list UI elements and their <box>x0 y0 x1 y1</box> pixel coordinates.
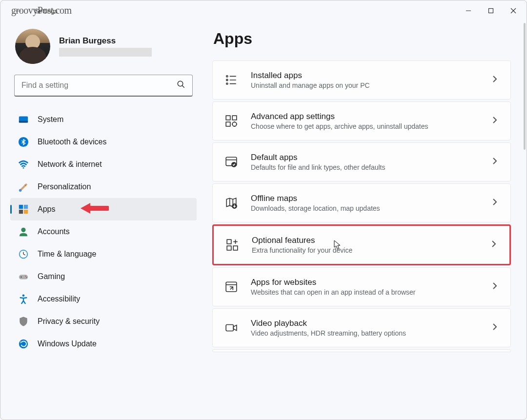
card-installed-apps[interactable]: Installed apps Uninstall and manage apps… <box>212 60 511 100</box>
nav-item-apps[interactable]: Apps <box>10 198 197 220</box>
nav-item-gaming[interactable]: Gaming <box>10 265 197 288</box>
search-input[interactable] <box>21 81 177 90</box>
card-title: Optional features <box>252 236 477 245</box>
minimize-button[interactable] <box>457 1 480 20</box>
link-window-icon <box>224 280 238 294</box>
svg-point-9 <box>23 167 24 169</box>
card-desc: Choose where to get apps, archive apps, … <box>251 122 478 130</box>
card-apps-websites[interactable]: Apps for websites Websites that can open… <box>212 267 511 306</box>
card-advanced-settings[interactable]: Advanced app settings Choose where to ge… <box>212 101 511 140</box>
nav-item-privacy[interactable]: Privacy & security <box>10 310 197 333</box>
card-desc: Defaults for file and link types, other … <box>251 163 478 171</box>
nav-label: Network & internet <box>38 160 102 169</box>
svg-rect-7 <box>19 121 28 123</box>
titlebar: groovyPost.com ← Settings <box>0 0 527 21</box>
svg-line-5 <box>182 85 184 88</box>
nav-label: Privacy & security <box>38 317 100 326</box>
chevron-right-icon <box>491 157 499 167</box>
nav-item-accounts[interactable]: Accounts <box>10 220 197 243</box>
gamepad-icon <box>18 271 29 282</box>
svg-rect-14 <box>24 210 28 214</box>
nav-label: Time & language <box>38 250 96 259</box>
chevron-right-icon <box>491 198 499 208</box>
card-optional-features[interactable]: Optional features Extra functionality fo… <box>212 224 511 265</box>
nav-list: System Bluetooth & devices Network & int… <box>10 108 197 355</box>
chevron-right-icon <box>491 323 499 333</box>
grid-gear-icon <box>224 114 238 128</box>
card-desc: Uninstall and manage apps on your PC <box>251 81 478 89</box>
wifi-icon <box>18 159 29 170</box>
search-box[interactable] <box>14 75 193 97</box>
profile-block[interactable]: Brian Burgess <box>10 29 197 64</box>
maximize-button[interactable] <box>480 1 502 20</box>
shield-icon <box>18 316 29 327</box>
accounts-icon <box>18 226 29 237</box>
nav-item-bluetooth[interactable]: Bluetooth & devices <box>10 131 197 153</box>
video-camera-icon <box>224 321 238 335</box>
search-icon <box>177 80 185 91</box>
svg-point-30 <box>226 83 228 84</box>
card-video-playback[interactable]: Video playback Video adjustments, HDR st… <box>212 308 511 347</box>
svg-point-26 <box>226 76 228 77</box>
svg-rect-48 <box>227 246 231 250</box>
apps-icon <box>18 204 29 215</box>
nav-item-accessibility[interactable]: Accessibility <box>10 288 197 310</box>
sidebar: Brian Burgess System Bluetooth & devices… <box>0 21 201 420</box>
nav-label: System <box>38 115 63 124</box>
close-button[interactable] <box>502 1 525 20</box>
card-partial[interactable] <box>212 349 511 352</box>
svg-point-10 <box>19 189 22 192</box>
red-arrow-annotation <box>80 201 109 218</box>
nav-item-system[interactable]: System <box>10 108 197 131</box>
nav-item-personalization[interactable]: Personalization <box>10 176 197 198</box>
svg-rect-12 <box>24 205 28 209</box>
chevron-right-icon <box>490 240 498 250</box>
accessibility-icon <box>18 294 29 304</box>
card-offline-maps[interactable]: Offline maps Downloads, storage location… <box>212 183 511 222</box>
svg-rect-1 <box>489 9 493 13</box>
update-icon <box>18 339 29 349</box>
svg-point-21 <box>20 277 22 278</box>
nav-item-time[interactable]: Time & language <box>10 243 197 265</box>
card-default-apps[interactable]: Default apps Defaults for file and link … <box>212 142 511 181</box>
chevron-right-icon <box>491 75 499 85</box>
svg-rect-49 <box>233 246 238 250</box>
map-download-icon <box>224 196 238 210</box>
watermark-text: groovyPost.com <box>11 5 72 16</box>
card-title: Default apps <box>251 153 478 162</box>
nav-label: Bluetooth & devices <box>38 138 106 146</box>
scrollbar[interactable] <box>524 23 526 150</box>
svg-rect-13 <box>19 210 23 214</box>
chevron-right-icon <box>491 282 499 292</box>
card-title: Installed apps <box>251 71 478 80</box>
svg-point-23 <box>26 277 27 278</box>
svg-point-35 <box>232 122 237 126</box>
paintbrush-icon <box>18 181 29 192</box>
card-desc: Downloads, storage location, map updates <box>251 204 478 212</box>
svg-rect-33 <box>232 116 237 120</box>
chevron-right-icon <box>491 116 499 126</box>
card-title: Apps for websites <box>251 278 478 287</box>
nav-item-update[interactable]: Windows Update <box>10 333 197 355</box>
grid-plus-icon <box>225 238 239 252</box>
nav-label: Windows Update <box>38 340 97 348</box>
svg-point-22 <box>25 276 26 277</box>
card-title: Advanced app settings <box>251 112 478 121</box>
main-content: Apps Installed apps Uninstall and manage… <box>201 21 527 420</box>
window-check-icon <box>224 155 238 169</box>
avatar <box>15 29 50 64</box>
list-icon <box>224 73 238 87</box>
nav-label: Personalization <box>38 182 91 191</box>
bluetooth-icon <box>18 137 29 147</box>
profile-email-redacted <box>59 48 152 57</box>
clock-icon <box>18 249 29 260</box>
nav-label: Accounts <box>38 227 70 236</box>
window-controls <box>457 1 525 20</box>
svg-rect-55 <box>226 325 233 331</box>
card-desc: Extra functionality for your device <box>252 246 477 254</box>
svg-rect-32 <box>226 116 230 120</box>
nav-item-network[interactable]: Network & internet <box>10 153 197 176</box>
svg-rect-47 <box>227 240 231 244</box>
nav-label: Gaming <box>38 272 65 281</box>
profile-name: Brian Burgess <box>59 36 152 46</box>
